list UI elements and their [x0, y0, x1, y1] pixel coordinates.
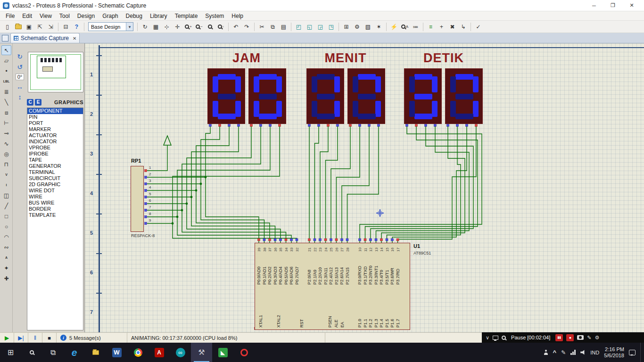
menu-template[interactable]: Template	[171, 12, 202, 20]
copy-button[interactable]: ⧉	[268, 22, 278, 32]
u1-ref-label[interactable]: U1	[413, 243, 420, 249]
zoom-out-button[interactable]: −	[194, 22, 204, 32]
seven-segment-display-4[interactable]	[347, 68, 385, 124]
tab-close-icon[interactable]: ✕	[73, 36, 76, 41]
graph-mode-button[interactable]: ∿	[1, 139, 11, 148]
action-center-icon[interactable]	[629, 350, 636, 355]
new-sheet-button[interactable]: +	[437, 22, 446, 32]
generator-mode-button[interactable]: ⊓	[1, 159, 11, 169]
object-list-item-bus-wire[interactable]: BUS WIRE	[27, 200, 83, 206]
object-list-item-vprobe[interactable]: VPROBE	[27, 145, 83, 151]
search-icon[interactable]	[21, 343, 42, 362]
object-list-item-indicator[interactable]: INDICATOR	[27, 139, 83, 145]
undo-button[interactable]: ↶	[231, 22, 241, 32]
task-view-button[interactable]: ⧉	[42, 343, 64, 362]
design-explorer-button[interactable]: ≡	[426, 22, 436, 32]
junction-dot-mode-button[interactable]: •	[1, 66, 11, 76]
packaging-tool-button[interactable]: ▧	[363, 22, 373, 32]
tape-recorder-mode-button[interactable]: ◎	[1, 149, 11, 159]
object-list-item-component[interactable]: COMPONENT	[27, 108, 83, 114]
component-rp1-respack8[interactable]	[131, 166, 144, 232]
zoom-to-child-button[interactable]: ↳	[458, 22, 468, 32]
menu-library[interactable]: Library	[146, 12, 171, 20]
block-copy-button[interactable]: ◰	[294, 22, 304, 32]
zoom-all-button[interactable]	[205, 22, 215, 32]
tray-expand-icon[interactable]: ^	[553, 349, 557, 356]
minimap-viewport[interactable]	[37, 56, 66, 78]
toggle-grid-button[interactable]: ▦	[151, 22, 161, 32]
terminal-mode-button[interactable]: ⊢	[1, 118, 11, 128]
text-mode-button[interactable]: A	[1, 253, 11, 263]
object-list-item-border[interactable]: BORDER	[27, 206, 83, 212]
taskbar-app-edge[interactable]: e	[64, 343, 85, 362]
object-list-item-generator[interactable]: GENERATOR	[27, 163, 83, 169]
minimize-button[interactable]: ─	[585, 0, 603, 11]
overview-minimap[interactable]	[28, 52, 83, 92]
recorder-settings-icon[interactable]: ⚙	[594, 335, 599, 341]
redraw-display-button[interactable]: ↻	[140, 22, 150, 32]
box-mode-button[interactable]: □	[1, 211, 11, 221]
current-probe-mode-button[interactable]: I	[1, 180, 11, 190]
stop-button[interactable]: ■	[42, 333, 57, 343]
help-button[interactable]: ?	[72, 22, 82, 32]
object-list-item-marker[interactable]: MARKER	[27, 126, 83, 132]
import-section-button[interactable]: ⇱	[35, 22, 45, 32]
arc-mode-button[interactable]: ◠	[1, 232, 11, 242]
paste-button[interactable]: ▤	[279, 22, 289, 32]
menu-help[interactable]: Help	[228, 12, 247, 20]
message-count[interactable]: 5 Message(s)	[69, 335, 101, 341]
seven-segment-display-1[interactable]	[207, 68, 245, 124]
component-mode-button[interactable]: ▱	[1, 56, 11, 66]
tab-schematic-capture[interactable]: Schematic Capture ✕	[10, 33, 80, 43]
new-design-button[interactable]: ▯	[2, 22, 12, 32]
taskbar-app-teal[interactable]: ∞	[170, 343, 191, 362]
object-list-item-port[interactable]: PORT	[27, 120, 83, 126]
schematic-canvas[interactable]: RP1 RESPACK-8 U1 AT89C51 1234567JAMMENIT…	[85, 43, 644, 332]
zoom-area-button[interactable]: ▫	[216, 22, 226, 32]
rp1-value-label[interactable]: RESPACK-8	[131, 233, 155, 238]
wire-autorouter-button[interactable]: ⚡	[389, 22, 399, 32]
menu-edit[interactable]: Edit	[18, 12, 36, 20]
open-design-button[interactable]	[13, 22, 23, 32]
line-mode-button[interactable]: ╱	[1, 201, 11, 211]
design-selector-dropdown[interactable]: Base Design▾	[88, 22, 133, 31]
seven-segment-display-3[interactable]	[306, 68, 344, 124]
marker-mode-button[interactable]: ✚	[1, 273, 11, 283]
device-pin-mode-button[interactable]: ⊸	[1, 128, 11, 138]
object-list-item-template[interactable]: TEMPLATE	[27, 212, 83, 218]
object-list-item-pin[interactable]: PIN	[27, 114, 83, 120]
seven-segment-display-2[interactable]	[248, 68, 286, 124]
selector-c-button[interactable]: C	[27, 99, 33, 106]
object-list-item-wire-dot[interactable]: WIRE DOT	[27, 188, 83, 194]
make-device-button[interactable]: ⚙	[352, 22, 362, 32]
network-icon[interactable]	[570, 350, 576, 355]
play-button[interactable]: ▶	[0, 333, 14, 343]
search-tag-button[interactable]: A	[400, 22, 410, 32]
object-list-item-wire[interactable]: WIRE	[27, 194, 83, 200]
taskbar-app-green[interactable]: ◣	[212, 343, 233, 362]
selection-mode-button[interactable]: ↖	[1, 45, 11, 55]
start-button[interactable]: ⊞	[0, 343, 21, 362]
property-assignment-button[interactable]: ≔	[411, 22, 421, 32]
recorder-screen-icon[interactable]	[493, 336, 498, 340]
zoom-in-button[interactable]: +	[183, 22, 193, 32]
close-button[interactable]: ✕	[622, 0, 641, 11]
menu-system[interactable]: System	[201, 12, 228, 20]
remove-sheet-button[interactable]: ✖	[447, 22, 457, 32]
menu-view[interactable]: View	[36, 12, 56, 20]
redo-button[interactable]: ↷	[242, 22, 252, 32]
taskbar-app-explorer[interactable]	[85, 343, 106, 362]
object-list-item-actuator[interactable]: ACTUATOR	[27, 132, 83, 139]
u1-value-label[interactable]: AT89C51	[413, 251, 431, 255]
circle-mode-button[interactable]: ○	[1, 222, 11, 231]
wire-label-mode-button[interactable]: LBL	[1, 76, 11, 86]
electrical-rules-check-button[interactable]: ✓	[473, 22, 483, 32]
show-desktop-button[interactable]	[640, 343, 642, 362]
seven-segment-display-5[interactable]	[404, 68, 442, 124]
menu-tool[interactable]: Tool	[56, 12, 74, 20]
toggle-origin-button[interactable]: ⊹	[162, 22, 172, 32]
object-list-item-terminal[interactable]: TERMINAL	[27, 169, 83, 175]
path-mode-button[interactable]: ∾	[1, 242, 11, 252]
rotate-clockwise-icon[interactable]: ↻	[17, 53, 23, 60]
object-list-item-tape[interactable]: TAPE	[27, 157, 83, 163]
